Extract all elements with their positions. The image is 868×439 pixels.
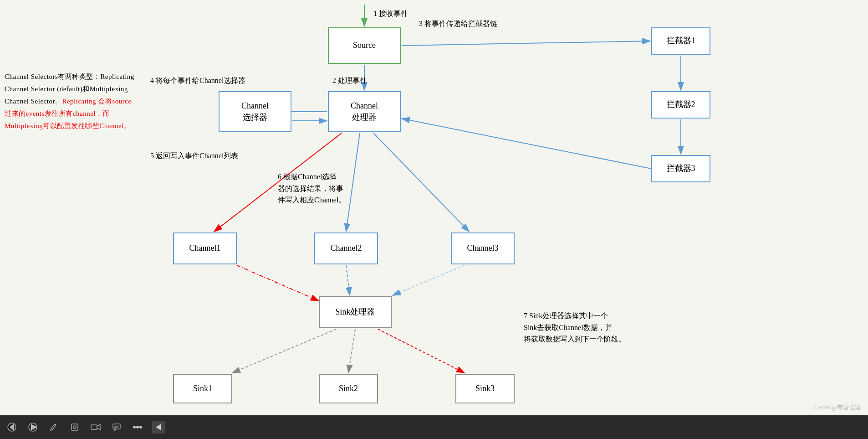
play-icon[interactable] — [26, 421, 39, 434]
svg-line-22 — [378, 329, 465, 373]
svg-marker-25 — [10, 425, 13, 429]
sink3-box: Sink3 — [455, 374, 515, 403]
svg-rect-29 — [71, 424, 78, 430]
expand-icon[interactable] — [152, 421, 165, 434]
focus-icon[interactable] — [68, 421, 81, 434]
step4-label: 4 将每个事件给Channel选择器 — [150, 75, 245, 86]
svg-line-21 — [348, 329, 355, 373]
channel2-label: Channel2 — [331, 243, 362, 254]
sink3-label: Sink3 — [475, 383, 495, 394]
svg-point-30 — [73, 426, 76, 429]
interceptor3-box: 拦截器3 — [651, 155, 710, 182]
prev-icon[interactable] — [5, 421, 18, 434]
sink2-label: Sink2 — [339, 383, 358, 394]
channel-selector-box: Channel选择器 — [219, 91, 291, 132]
interceptor2-label: 拦截器2 — [667, 99, 695, 110]
sidebar-text-normal: Channel Selectors有两种类型：Replicating Chann… — [5, 73, 134, 129]
step7-label: 7 Sink处理器选择其中一个Sink去获取Channel数据，并将获取数据写入… — [524, 310, 669, 345]
interceptor1-box: 拦截器1 — [651, 27, 710, 55]
toolbar — [0, 415, 868, 439]
step1-label: 1 接收事件 — [373, 8, 408, 19]
svg-line-17 — [237, 265, 319, 301]
sink2-box: Sink2 — [319, 374, 378, 403]
diagram-svg — [0, 0, 868, 439]
sink1-label: Sink1 — [193, 383, 212, 394]
interceptor1-label: 拦截器1 — [667, 35, 695, 46]
svg-line-18 — [346, 265, 350, 295]
video-icon[interactable] — [89, 421, 102, 434]
svg-line-20 — [232, 329, 336, 373]
sink1-box: Sink1 — [173, 374, 232, 403]
svg-marker-39 — [157, 425, 160, 429]
step3-label: 3 将事件传递给拦截器链 — [419, 18, 497, 29]
sink-processor-box: Sink处理器 — [319, 296, 392, 328]
svg-line-19 — [393, 265, 465, 295]
source-box: Source — [328, 27, 401, 64]
channel1-box: Channel1 — [173, 232, 237, 264]
svg-point-38 — [140, 426, 142, 428]
svg-rect-31 — [91, 425, 97, 429]
channel-processor-label: Channel处理器 — [351, 100, 378, 123]
channel-processor-box: Channel处理器 — [328, 91, 401, 132]
edit-icon[interactable] — [47, 421, 60, 434]
svg-marker-27 — [31, 425, 36, 429]
channel1-label: Channel1 — [189, 243, 221, 254]
svg-point-37 — [137, 426, 138, 428]
comment-icon[interactable] — [110, 421, 123, 434]
watermark: CSDN @有语忆语 — [814, 403, 861, 412]
step6-label: 6 根据Channel选择器的选择结果，将事件写入相应Channel。 — [278, 171, 369, 206]
interceptor2-box: 拦截器2 — [651, 91, 710, 119]
channel-selector-label: Channel选择器 — [241, 100, 269, 123]
svg-line-16 — [373, 133, 469, 232]
step5-label: 5 返回写入事件Channel列表 — [150, 150, 238, 161]
svg-line-23 — [402, 119, 651, 169]
svg-point-36 — [133, 426, 135, 428]
sidebar-text: Channel Selectors有两种类型：Replicating Chann… — [5, 71, 137, 132]
source-label: Source — [353, 40, 376, 51]
svg-line-28 — [55, 424, 56, 425]
interceptor3-label: 拦截器3 — [667, 163, 695, 174]
channel2-box: Channel2 — [314, 232, 378, 264]
diagram-area: Source Channel处理器 Channel选择器 Channel1 Ch… — [0, 0, 868, 439]
sink-processor-label: Sink处理器 — [335, 306, 375, 318]
step2-label: 2 处理事件 — [332, 75, 367, 86]
svg-marker-32 — [97, 424, 100, 430]
channel3-label: Channel3 — [467, 243, 499, 254]
more-icon[interactable] — [131, 421, 144, 434]
svg-line-9 — [402, 41, 650, 46]
channel3-box: Channel3 — [451, 232, 515, 264]
